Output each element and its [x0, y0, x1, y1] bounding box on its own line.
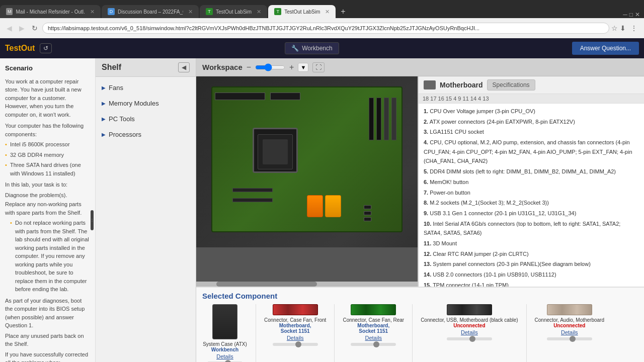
comp-card-fan-rear: Connector, Case Fan, Rear Motherboard, S…: [343, 304, 404, 362]
motherboard-name: Motherboard: [440, 81, 483, 89]
fan-front-label: Connector, Case Fan, Front: [264, 317, 326, 323]
case-details-button[interactable]: Details: [216, 353, 233, 359]
fan-rear-details-button[interactable]: Details: [365, 335, 382, 341]
zoom-minus-button[interactable]: −: [247, 63, 251, 72]
motherboard-icon: [424, 80, 436, 89]
tab-close-labsim3[interactable]: ✕: [257, 9, 261, 15]
window-minimize[interactable]: ─: [623, 11, 627, 18]
tab-close-mail[interactable]: ✕: [90, 9, 95, 15]
shelf-item-pctools-arrow: ▶: [102, 116, 106, 122]
tab-discussion[interactable]: D Discussion Board – 2022FA_CIS... ✕: [102, 5, 199, 18]
audio-slider[interactable]: [547, 337, 592, 340]
new-tab-button[interactable]: +: [337, 5, 349, 18]
fan-rear-location-line2: Socket 1151: [359, 328, 388, 334]
answer-question-button[interactable]: Answer Question...: [572, 42, 639, 55]
shelf-item-pctools-label: PC Tools: [109, 115, 135, 123]
shelf-collapse-button[interactable]: ◀: [178, 62, 190, 72]
tab-labsim-active-label: TestOut LabSim: [284, 9, 320, 15]
tab-close-labsim-active[interactable]: ✕: [325, 9, 330, 15]
scenario-components: Intel i5 8600K processor 32 GB DDR4 memo…: [5, 140, 90, 177]
scenario-note: Do not replace working parts with parts …: [5, 219, 90, 294]
shelf-item-pctools[interactable]: ▶ PC Tools: [96, 111, 196, 127]
specs-list: 1. CPU Over Voltage jumper (3-pin CPU_OV…: [419, 104, 644, 287]
tab-mail[interactable]: M Mail - Michael Refsnider - Outl... ✕: [0, 5, 101, 18]
window-close[interactable]: ✕: [635, 11, 640, 18]
divider-1: [256, 304, 256, 362]
shelf-item-processors[interactable]: ▶ Processors: [96, 127, 196, 142]
shelf-panel: Shelf ◀ ▶ Fans ▶ Memory Modules ▶ PC Too…: [96, 58, 196, 362]
spec-item-10: 10. Intel Serial ATA 6Gb/s connectors (t…: [424, 219, 639, 238]
scenario-title: Scenario: [5, 63, 90, 73]
scenario-task-label: In this lab, your task is to:: [5, 180, 90, 189]
spec-item-13: 13. System panel connectors (20-3 pin PA…: [424, 259, 639, 269]
download-button[interactable]: ⬇: [620, 24, 626, 32]
scenario-task-2: Replace any non-working parts with spare…: [5, 200, 90, 217]
forward-button[interactable]: ▶: [17, 23, 27, 33]
fan-rear-slider[interactable]: [351, 343, 396, 346]
reload-button[interactable]: ↻: [29, 23, 40, 33]
usb-cable-image: [447, 304, 492, 315]
spec-num-11: 11.: [424, 240, 431, 246]
zoom-slider[interactable]: [255, 63, 285, 71]
tab-close-discussion[interactable]: ✕: [188, 9, 193, 15]
tab-favicon-labsim-active: T: [274, 8, 281, 15]
tab-labsim-3[interactable]: T TestOut LabSim ✕: [200, 5, 267, 18]
spec-item-3: 3. LGA1151 CPU socket: [424, 127, 639, 137]
shelf-item-memory-label: Memory Modules: [109, 100, 159, 107]
fan-rear-slider-thumb: [373, 341, 379, 347]
back-button[interactable]: ◀: [4, 23, 15, 33]
orange-comp-1: [307, 195, 323, 217]
shelf-item-processors-label: Processors: [109, 131, 141, 138]
sata-2: [364, 211, 371, 215]
component-cards: System Case (ATX) Workbench Details Conn…: [202, 304, 638, 362]
top-connector: [215, 93, 265, 100]
zoom-dropdown-button[interactable]: ▼: [298, 63, 308, 72]
comp-card-audio: Connector, Audio, Motherboard Unconnecte…: [535, 304, 604, 362]
workbench-button[interactable]: 🔧 Workbench: [285, 42, 339, 54]
workspace-scrollbar-thumb[interactable]: [216, 282, 317, 287]
workspace-header: Workspace − + ▼ ⛶: [196, 58, 644, 76]
app-reload-button[interactable]: ↺: [40, 43, 52, 53]
workspace-container: Workspace − + ▼ ⛶: [196, 58, 644, 362]
component-drives: Three SATA hard drives (one with Windows…: [5, 161, 90, 177]
motherboard-specs-panel: Motherboard Specifications 18 17 16 15 4…: [418, 76, 644, 287]
menu-button[interactable]: ⋮: [628, 23, 640, 33]
tab-favicon-discussion: D: [108, 8, 115, 15]
shelf-item-fans[interactable]: ▶ Fans: [96, 80, 196, 96]
usb-slider[interactable]: [447, 337, 492, 340]
scenario-success-label: If you have successfully corrected all t…: [5, 350, 90, 363]
spec-num-1: 1.: [424, 108, 428, 114]
audio-cable-image: [547, 304, 592, 315]
address-bar[interactable]: [42, 23, 609, 34]
scenario-note-detail: Do not replace working parts with parts …: [10, 219, 90, 294]
spec-num-13: 13.: [424, 261, 431, 267]
tab-discussion-label: Discussion Board – 2022FA_CIS...: [118, 9, 183, 15]
bookmark-button[interactable]: ☆: [611, 24, 618, 32]
audio-location: Unconnected: [553, 323, 585, 328]
specifications-tab[interactable]: Specifications: [487, 79, 535, 90]
ram-slot-3: [384, 98, 389, 140]
zoom-plus-button[interactable]: +: [289, 63, 294, 72]
shelf-item-processors-arrow: ▶: [102, 132, 106, 137]
spec-num-5: 5.: [424, 168, 428, 174]
shelf-item-fans-label: Fans: [109, 84, 123, 92]
spec-item-2: 2. ATX power connectors (24-pin EATXPWR,…: [424, 117, 639, 127]
tab-labsim-active[interactable]: T TestOut LabSim ✕: [268, 5, 336, 18]
spec-item-7: 7. Power-on button: [424, 188, 639, 198]
spec-item-5: 5. DDR4 DIMM slots (left to right: DIMM_…: [424, 167, 639, 176]
cpu-socket: [253, 128, 298, 173]
atx-connector: [270, 93, 300, 100]
spec-item-9: 9. USB 3.1 Gen 1 connector (20-1 pin U31…: [424, 209, 639, 218]
window-restore[interactable]: □: [629, 11, 633, 18]
spec-item-8: 8. M.2 sockets (M.2_1(Socket 3); M.2_2(S…: [424, 198, 639, 208]
divider-4: [526, 304, 527, 362]
fan-front-details-button[interactable]: Details: [287, 335, 304, 341]
scenario-resize-handle[interactable]: ⋮: [91, 210, 94, 230]
fullscreen-button[interactable]: ⛶: [312, 62, 325, 72]
usb-details-button[interactable]: Details: [461, 329, 478, 335]
sata-ports: [364, 205, 371, 221]
fan-front-slider[interactable]: [273, 343, 318, 346]
audio-details-button[interactable]: Details: [561, 329, 578, 335]
shelf-item-memory[interactable]: ▶ Memory Modules: [96, 96, 196, 111]
spec-num-2: 2.: [424, 119, 428, 125]
